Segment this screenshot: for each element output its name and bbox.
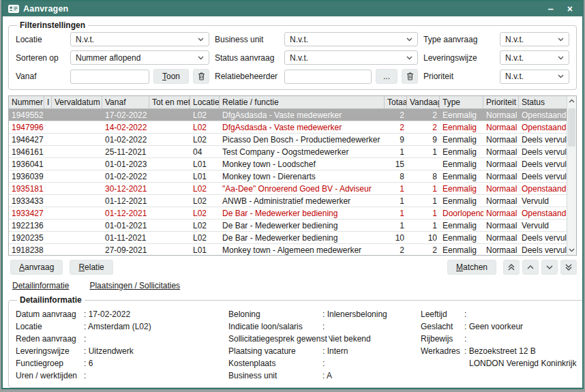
type-aanvraag-select[interactable]: N.v.t.	[500, 32, 569, 46]
cell-totaal: 1	[385, 183, 407, 194]
locatie-select[interactable]: N.v.t.	[70, 32, 209, 46]
detail-field: Inlenersbeloning Beloning	[228, 308, 421, 320]
tab-plaatsingen-sollicitaties[interactable]: Plaatsingen / Sollicitaties	[89, 281, 180, 290]
scroll-first-button[interactable]	[503, 260, 520, 275]
column-header[interactable]: Status	[519, 96, 567, 108]
cell-type: Eenmalig	[440, 121, 483, 133]
detail-groupbox: Detailinformatie 17-02-2022 Datum aanvra…	[8, 295, 584, 388]
cell-vervaldatum	[52, 121, 102, 133]
cell-status: Deels vervuld	[519, 158, 567, 170]
cell-relatie-functie: ANWB - Administratief medewerker	[220, 195, 385, 207]
column-header[interactable]: Tot en met	[149, 96, 190, 108]
column-header[interactable]: Totaal	[385, 96, 407, 108]
cell-relatie-functie: Monkey town - Algemeen medewerker	[220, 244, 385, 256]
cell-vanaf: 01-02-2022	[102, 170, 149, 182]
cell-type: Eenmalig	[440, 109, 483, 121]
cell-i	[44, 121, 52, 133]
sorteren-op-select[interactable]: Nummer aflopend	[70, 50, 209, 65]
column-header[interactable]: Relatie / functie	[220, 96, 385, 108]
table-row[interactable]: 1946161 25-11-2021 04 Test Company - Oog…	[9, 146, 567, 158]
cell-vervaldatum	[52, 134, 102, 145]
table-row[interactable]: 1947996 14-02-2022 L02 DfgAsdasda - Vast…	[9, 121, 567, 134]
detail-field: Rijbewijs	[421, 333, 576, 345]
detail-field: Leeftijd	[421, 308, 576, 320]
trash-icon	[198, 72, 205, 80]
relatiebeheerder-input[interactable]	[284, 70, 372, 84]
scroll-up-button[interactable]	[522, 260, 539, 275]
vanaf-clear-button[interactable]	[193, 69, 209, 84]
status-aanvraag-select[interactable]: N.v.t.	[284, 50, 418, 65]
cell-vandaag: 9	[407, 134, 440, 145]
column-header[interactable]: Prioriteit	[483, 96, 519, 108]
close-button[interactable]: ×	[565, 4, 575, 14]
column-header[interactable]: Nummer	[9, 96, 44, 108]
cell-relatie-functie: De Bar - Medewerker bediening	[220, 207, 385, 219]
column-header[interactable]: Vervaldatum	[52, 96, 102, 108]
aanvraag-button[interactable]: Aanvraag	[10, 260, 63, 275]
detail-label: Kostenplaats	[228, 357, 277, 370]
cell-prioriteit: Normaal	[483, 220, 519, 231]
cell-status: Vervuld	[519, 195, 567, 207]
cell-type: Eenmalig	[440, 244, 483, 256]
cell-status: Openstaand	[519, 183, 567, 194]
cell-locatie: L02	[190, 183, 220, 194]
table-row[interactable]: 1922136 01-01-2021 L02 De Bar - Medewerk…	[9, 220, 567, 232]
cell-i	[44, 109, 52, 121]
cell-i	[44, 232, 52, 243]
table-row[interactable]: 1949552 17-02-2022 L02 DfgAsdasda - Vast…	[9, 109, 567, 121]
cell-relatie-functie: "Aa-Dee" Onroerend Goed BV - Adviseur	[220, 183, 385, 194]
cell-nummer: 1949552	[9, 109, 44, 121]
column-header[interactable]: Vandaag	[407, 96, 440, 108]
scroll-last-button[interactable]	[560, 260, 577, 275]
minimize-button[interactable]: –	[545, 4, 556, 14]
relatie-button[interactable]: Relatie	[70, 260, 112, 275]
cell-prioriteit: Normaal	[483, 195, 519, 207]
tab-detailinformatie[interactable]: Detailinformatie	[12, 281, 69, 290]
relatiebeheerder-browse-button[interactable]: ...	[376, 69, 397, 84]
matchen-button[interactable]: Matchen	[447, 260, 496, 275]
vanaf-label: Vanaf	[16, 72, 65, 81]
table-row[interactable]: 1936041 01-01-2023 L01 Monkey town - Loo…	[9, 158, 567, 170]
detail-value-extra: LONDON Verenigd Koninkrijk	[421, 357, 576, 370]
cell-vanaf: 17-02-2022	[102, 109, 149, 121]
cell-vervaldatum	[52, 183, 102, 194]
chevron-up-icon	[527, 265, 534, 269]
chevron-down-icon	[546, 265, 553, 269]
cell-vandaag: 2	[407, 244, 440, 256]
detail-label: Indicatie loon/salaris	[228, 320, 304, 333]
table-row[interactable]: 1933427 01-12-2021 L02 De Bar - Medewerk…	[9, 207, 567, 220]
vanaf-input[interactable]	[70, 70, 149, 84]
table-row[interactable]: 1946427 01-02-2022 L02 Picasso Den Bosch…	[9, 134, 567, 146]
detail-column-2: Inlenersbeloning Beloning Indicatie loon…	[228, 308, 421, 382]
cell-i	[44, 146, 52, 157]
table-row[interactable]: 1935181 30-12-2021 L02 "Aa-Dee" Onroeren…	[9, 183, 567, 195]
column-header[interactable]: I	[44, 96, 52, 108]
column-header[interactable]: Locatie	[190, 96, 220, 108]
table-header: Nummer I Vervaldatum Vanaf Tot en met Lo…	[9, 96, 567, 109]
toon-button[interactable]: Toon	[153, 69, 189, 84]
table-row[interactable]: 1918238 27-09-2021 L01 Monkey town - Alg…	[9, 244, 567, 256]
cell-vandaag: 1	[407, 207, 440, 219]
table-row[interactable]: 1933433 01-12-2021 L02 ANWB - Administra…	[9, 195, 567, 207]
chevron-down-icon	[406, 37, 412, 42]
locatie-label: Locatie	[16, 35, 65, 44]
column-header[interactable]: Type	[440, 96, 483, 108]
business-unit-select[interactable]: N.v.t.	[284, 32, 418, 46]
prioriteit-select[interactable]: N.v.t.	[500, 70, 569, 84]
cell-totaal: 1	[385, 220, 407, 231]
scroll-down-button[interactable]	[541, 260, 558, 275]
scroll-up-icon[interactable]	[569, 99, 575, 103]
vertical-scrollbar[interactable]	[567, 96, 576, 255]
column-header[interactable]: Vanaf	[102, 96, 149, 108]
detail-field: Bezoekstreet 12 B Werkadres LONDON Veren…	[421, 345, 576, 370]
table-row[interactable]: 1920235 01-11-2021 L02 De Bar - Medewerk…	[9, 232, 567, 244]
leveringswijze-select[interactable]: N.v.t.	[500, 50, 569, 65]
relatiebeheerder-clear-button[interactable]	[402, 69, 418, 84]
cell-vervaldatum	[52, 158, 102, 170]
cell-vanaf: 01-12-2021	[102, 207, 149, 219]
scrollbar-thumb[interactable]	[568, 108, 575, 147]
scroll-down-icon[interactable]	[569, 248, 575, 252]
cell-totaal: 2	[385, 121, 407, 133]
table-row[interactable]: 1936039 01-02-2022 L01 Monkey town - Die…	[9, 170, 567, 183]
cell-nummer: 1920235	[9, 232, 44, 243]
